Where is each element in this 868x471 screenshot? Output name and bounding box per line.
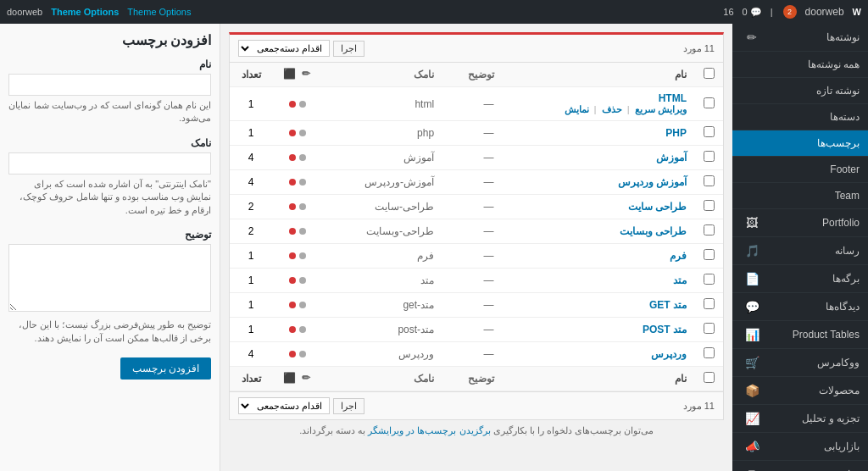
page-footer-link[interactable]: برگزیدن برچسب‌ها در ویرایشگر [368, 425, 490, 435]
view-link-1[interactable]: نمایش [565, 104, 589, 114]
row-name-7[interactable]: فرم [503, 244, 695, 269]
sidebar-item-categories[interactable]: دسته‌ها [732, 104, 868, 130]
row-check-7[interactable] [704, 249, 715, 260]
row-checkbox-6[interactable] [695, 219, 723, 244]
sidebar-item-all-posts[interactable]: همه نوشته‌ها [732, 52, 868, 78]
sidebar-item-pages[interactable]: برگه‌ها 📄 [732, 265, 868, 293]
row-dot1-1 [299, 101, 306, 108]
delete-link-1[interactable]: حذف [602, 104, 622, 114]
row-name-link-10[interactable]: متد POST [643, 324, 687, 335]
bulk-actions-bottom[interactable]: اجرا اقدام دسته‌جمعی [238, 397, 364, 414]
row-name-link-8[interactable]: متد [673, 274, 687, 286]
apply-button-top[interactable]: اجرا [333, 41, 364, 57]
edit-icon-footer[interactable]: ✏ [299, 372, 313, 385]
row-name-link-1[interactable]: HTML [659, 92, 687, 104]
sidebar-item-posts[interactable]: نوشته‌ها ✏ [732, 24, 868, 52]
col-header-count[interactable]: تعداد [230, 63, 272, 87]
row-name-link-11[interactable]: وردپرس [651, 348, 687, 360]
row-check-8[interactable] [704, 274, 715, 285]
col-footer-name[interactable]: نام [503, 367, 695, 391]
row-check-2[interactable] [704, 126, 715, 137]
theme-options-label[interactable]: Theme Options [127, 7, 191, 17]
row-name-link-9[interactable]: متد GET [649, 299, 687, 311]
wp-updates-badge[interactable]: 2 [782, 5, 797, 19]
row-name-link-7[interactable]: فرم [670, 250, 687, 262]
bulk-actions-top[interactable]: اجرا اقدام دسته‌جمعی [238, 40, 364, 57]
row-name-9[interactable]: متد GET [503, 293, 695, 318]
row-name-6[interactable]: طراحی وبسایت [503, 219, 695, 244]
sidebar-item-footer[interactable]: Footer [732, 157, 868, 183]
sidebar-item-label-all-posts: همه نوشته‌ها [741, 58, 860, 70]
row-check-11[interactable] [704, 347, 715, 358]
block-icon-footer[interactable]: ⬛ [282, 372, 296, 385]
block-icon-header[interactable]: ⬛ [282, 68, 296, 81]
bulk-select-bottom[interactable]: اقدام دسته‌جمعی [238, 397, 330, 414]
row-dot1-5 [299, 203, 306, 210]
slug-input[interactable] [8, 152, 211, 175]
wp-logo[interactable]: W [853, 7, 861, 17]
row-name-5[interactable]: طراحی سایت [503, 195, 695, 219]
sidebar-item-products[interactable]: محصولات 📦 [732, 377, 868, 405]
row-name-10[interactable]: متد POST [503, 318, 695, 342]
desc-textarea[interactable] [8, 244, 211, 312]
col-header-name[interactable]: نام [503, 63, 695, 87]
row-checkbox-10[interactable] [695, 318, 723, 342]
row-checkbox-2[interactable] [695, 121, 723, 146]
sidebar-item-analytics[interactable]: تجزیه و تحلیل 📈 [732, 405, 868, 433]
slug-hint: "نامک اینترنتی" به آن اشاره شده است که ب… [8, 178, 211, 217]
sidebar-item-product-tables[interactable]: Product Tables 📊 [732, 321, 868, 349]
select-all-footer-checkbox[interactable] [704, 372, 715, 383]
row-slug-3: آموزش [323, 146, 442, 170]
theme-options-active[interactable]: Theme Options [51, 7, 119, 17]
row-check-10[interactable] [704, 323, 715, 334]
row-name-link-4[interactable]: آموزش وردپرس [618, 176, 687, 188]
row-check-6[interactable] [704, 224, 715, 236]
sidebar-item-portfolio[interactable]: Portfolio 🖼 [732, 209, 868, 237]
row-name-11[interactable]: وردپرس [503, 342, 695, 367]
row-check-1[interactable] [704, 97, 715, 108]
name-input[interactable] [8, 74, 211, 96]
tags-table: نام توضیح نامک ✏ ⬛ تعداد HTML [230, 63, 723, 391]
comments-icon[interactable]: 💬 0 [743, 7, 762, 18]
row-name-link-2[interactable]: PHP [665, 127, 687, 139]
sidebar-item-marketing[interactable]: بازاریابی 📣 [732, 433, 868, 461]
row-check-5[interactable] [704, 200, 715, 211]
row-name-4[interactable]: آموزش وردپرس [503, 170, 695, 195]
admin-username[interactable]: doorweb [7, 7, 42, 17]
row-checkbox-11[interactable] [695, 342, 723, 367]
row-checkbox-5[interactable] [695, 195, 723, 219]
apply-button-bottom[interactable]: اجرا [333, 398, 364, 414]
sidebar-item-team[interactable]: Team [732, 183, 868, 209]
row-name-link-6[interactable]: طراحی وبسایت [620, 225, 687, 237]
row-name-link-3[interactable]: آموزش [656, 152, 687, 163]
select-all-checkbox[interactable] [704, 68, 715, 79]
row-check-9[interactable] [704, 298, 715, 309]
sidebar-item-new-post[interactable]: نوشته تازه [732, 78, 868, 104]
row-dot1-11 [299, 351, 306, 357]
row-checkbox-7[interactable] [695, 244, 723, 269]
row-checkbox-3[interactable] [695, 146, 723, 170]
row-check-4[interactable] [704, 175, 715, 186]
sidebar-item-display[interactable]: نمایش 🖥 [732, 461, 868, 471]
sidebar-item-comments[interactable]: دیدگاه‌ها 💬 [732, 293, 868, 321]
row-name-3[interactable]: آموزش [503, 146, 695, 170]
row-name-8[interactable]: متد [503, 269, 695, 293]
row-checkbox-4[interactable] [695, 170, 723, 195]
row-checkbox-9[interactable] [695, 293, 723, 318]
site-name[interactable]: doorweb [805, 6, 844, 18]
row-name-1[interactable]: HTML ویرایش سریع | حذف | نمایش [503, 87, 695, 121]
row-checkbox-8[interactable] [695, 269, 723, 293]
sidebar-item-resale[interactable]: رسانه 🎵 [732, 237, 868, 265]
sidebar-item-tags[interactable]: برچسب‌ها [732, 130, 868, 157]
sidebar-item-woocommerce[interactable]: ووکامرس 🛒 [732, 349, 868, 377]
add-tag-button[interactable]: افزودن برچسب [120, 357, 211, 380]
row-check-3[interactable] [704, 151, 715, 162]
row-name-2[interactable]: PHP [503, 121, 695, 146]
bulk-select-top[interactable]: اقدام دسته‌جمعی [238, 40, 330, 57]
edit-icon-header[interactable]: ✏ [299, 68, 313, 81]
quick-edit-link-1[interactable]: ویرایش سریع [635, 104, 687, 114]
col-footer-count[interactable]: تعداد [230, 367, 272, 391]
row-checkbox-1[interactable] [695, 87, 723, 121]
row-name-link-5[interactable]: طراحی سایت [628, 201, 687, 213]
updates-count[interactable]: 16 [723, 7, 733, 17]
